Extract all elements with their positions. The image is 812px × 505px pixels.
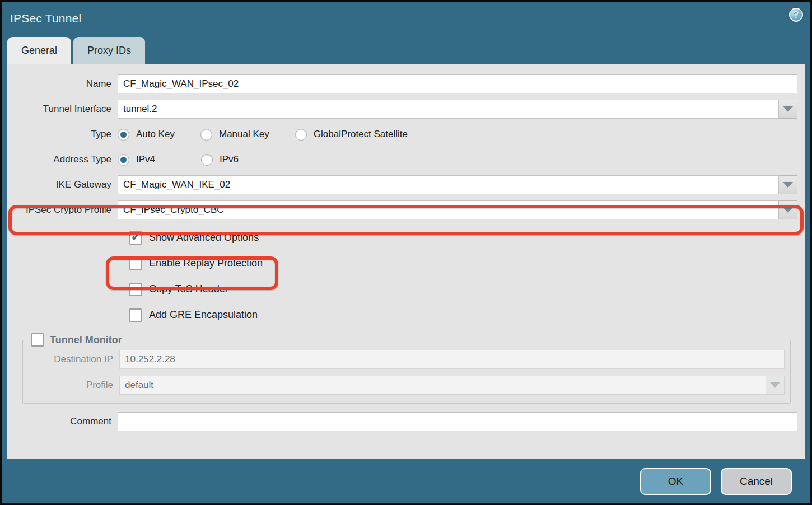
tunnel-interface-row: Tunnel Interface (7, 100, 805, 119)
help-icon[interactable]: ? (789, 8, 803, 22)
monitor-profile-input (119, 376, 766, 395)
destination-ip-input (119, 350, 785, 369)
monitor-profile-dropdown-button (766, 376, 785, 395)
add-gre-encapsulation-checkbox[interactable]: ✓ (129, 308, 142, 322)
tab-proxy-ids[interactable]: Proxy IDs (73, 37, 145, 64)
check-icon: ✓ (130, 228, 142, 244)
comment-row: Comment (7, 412, 805, 431)
radio-ipv4[interactable]: IPv4 (118, 154, 155, 166)
tunnel-interface-input[interactable] (118, 100, 779, 119)
tunnel-monitor-legend: ✓ Tunnel Monitor (30, 333, 127, 347)
monitor-profile-label: Profile (23, 380, 119, 391)
type-row: Type Auto Key Manual Key GlobalProtect S… (7, 125, 805, 144)
ike-gateway-input[interactable] (118, 175, 779, 194)
ipsec-crypto-profile-input[interactable] (118, 200, 779, 219)
destination-ip-row: Destination IP (23, 350, 790, 369)
dialog-footer: OK Cancel (2, 459, 810, 503)
comment-input[interactable] (118, 412, 797, 431)
radio-ipv6[interactable]: IPv6 (201, 154, 239, 166)
enable-replay-protection-checkbox[interactable]: ✓ (129, 257, 142, 270)
name-label: Name (7, 78, 118, 90)
destination-ip-label: Destination IP (23, 354, 119, 365)
radio-icon (295, 129, 307, 141)
radio-auto-key[interactable]: Auto Key (118, 129, 175, 141)
ike-gateway-row: IKE Gateway (7, 175, 805, 194)
tunnel-monitor-checkbox[interactable]: ✓ (31, 333, 44, 347)
tunnel-interface-dropdown-button[interactable] (779, 100, 797, 119)
ipsec-tunnel-dialog: IPSec Tunnel ? General Proxy IDs Name Tu… (0, 0, 812, 505)
copy-tos-header-label: Copy ToS Header (149, 283, 228, 295)
radio-manual-key-label: Manual Key (219, 129, 269, 140)
radio-globalprotect-satellite[interactable]: GlobalProtect Satellite (295, 129, 408, 141)
show-advanced-options-checkbox[interactable]: ✓ (129, 231, 142, 245)
ike-gateway-label: IKE Gateway (7, 179, 118, 190)
titlebar: IPSec Tunnel ? (2, 2, 810, 35)
ipsec-crypto-profile-row: IPSec Crypto Profile (7, 200, 805, 219)
tab-general[interactable]: General (7, 37, 71, 64)
address-type-label: Address Type (7, 154, 118, 165)
general-tab-panel: Name Tunnel Interface Type Auto Key (7, 64, 805, 459)
tunnel-interface-label: Tunnel Interface (7, 104, 118, 115)
help-glyph: ? (794, 10, 799, 20)
show-advanced-options-row: ✓ Show Advanced Options (129, 230, 805, 245)
chevron-down-icon (783, 207, 793, 213)
tab-proxy-ids-label: Proxy IDs (87, 45, 131, 57)
radio-ipv6-label: IPv6 (220, 154, 239, 165)
enable-replay-protection-label: Enable Replay Protection (149, 258, 263, 269)
address-type-row: Address Type IPv4 IPv6 (7, 150, 805, 169)
cancel-button[interactable]: Cancel (721, 468, 792, 495)
chevron-down-icon (783, 106, 793, 112)
copy-tos-header-row: ✓ Copy ToS Header (129, 282, 805, 297)
tab-bar: General Proxy IDs (2, 35, 810, 64)
comment-label: Comment (7, 416, 118, 427)
name-row: Name (7, 74, 805, 93)
tunnel-monitor-label: Tunnel Monitor (50, 334, 122, 346)
ipsec-crypto-profile-label: IPSec Crypto Profile (7, 204, 118, 216)
tab-general-label: General (21, 45, 57, 57)
copy-tos-header-checkbox[interactable]: ✓ (129, 283, 142, 296)
radio-icon (118, 129, 129, 141)
type-label: Type (7, 129, 118, 140)
tunnel-monitor-section: ✓ Tunnel Monitor Destination IP Profile (22, 333, 791, 404)
chevron-down-icon (770, 382, 780, 388)
ok-button[interactable]: OK (640, 468, 711, 495)
add-gre-encapsulation-label: Add GRE Encapsulation (149, 309, 258, 321)
chevron-down-icon (783, 182, 793, 188)
monitor-profile-row: Profile (23, 376, 790, 395)
enable-replay-protection-row: ✓ Enable Replay Protection (129, 256, 805, 271)
radio-auto-key-label: Auto Key (136, 129, 175, 140)
add-gre-encapsulation-row: ✓ Add GRE Encapsulation (129, 307, 805, 322)
radio-manual-key[interactable]: Manual Key (200, 129, 269, 141)
ike-gateway-dropdown-button[interactable] (779, 175, 797, 194)
dialog-title: IPSec Tunnel (10, 12, 81, 25)
radio-icon (118, 154, 129, 166)
radio-ipv4-label: IPv4 (136, 154, 155, 165)
radio-icon (201, 154, 213, 166)
name-input[interactable] (118, 74, 797, 93)
show-advanced-options-label: Show Advanced Options (149, 232, 259, 244)
ipsec-crypto-profile-dropdown-button[interactable] (779, 200, 797, 219)
radio-globalprotect-satellite-label: GlobalProtect Satellite (314, 129, 408, 140)
radio-icon (200, 129, 212, 141)
